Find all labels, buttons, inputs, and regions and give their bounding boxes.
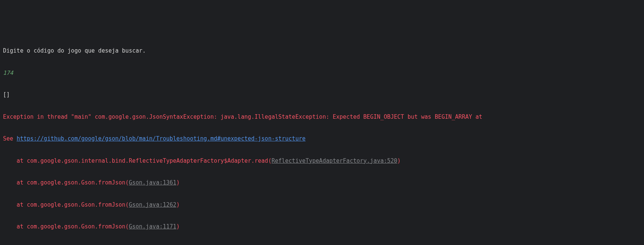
console-input: 174	[3, 68, 641, 79]
stack-trace: at com.google.gson.internal.bind.Reflect…	[3, 156, 641, 245]
stack-frame-suffix: )	[177, 223, 180, 230]
console-output: []	[3, 89, 641, 100]
source-link[interactable]: Gson.java:1361	[129, 179, 176, 186]
stack-frame-text: at com.google.gson.Gson.fromJson(	[3, 223, 129, 230]
stack-frame-suffix: )	[177, 201, 180, 208]
source-link[interactable]: ReflectiveTypeAdapterFactory.java:520	[271, 157, 397, 164]
stack-frame-text: at com.google.gson.Gson.fromJson(	[3, 201, 129, 208]
exception-header: Exception in thread "main" com.google.gs…	[3, 112, 641, 122]
stack-frame: at com.google.gson.Gson.fromJson(Gson.ja…	[3, 200, 641, 210]
troubleshooting-link-1[interactable]: https://github.com/google/gson/blob/main…	[17, 135, 306, 142]
stack-frame: at com.google.gson.Gson.fromJson(Gson.ja…	[3, 177, 641, 188]
see-prefix-1: See	[3, 135, 17, 142]
stack-frame-suffix: )	[397, 157, 401, 164]
stack-frame: at com.google.gson.internal.bind.Reflect…	[3, 156, 641, 166]
console-prompt: Digite o código do jogo que deseja busca…	[3, 45, 641, 56]
see-link-line-1: See https://github.com/google/gson/blob/…	[3, 133, 641, 144]
source-link[interactable]: Gson.java:1262	[129, 201, 176, 208]
source-link[interactable]: Gson.java:1171	[129, 223, 176, 230]
stack-frame: at com.google.gson.Gson.fromJson(Gson.ja…	[3, 221, 641, 232]
stack-frame: at com.google.gson.Gson.fromJson(Gson.ja…	[3, 243, 641, 245]
stack-frame-text: at com.google.gson.internal.bind.Reflect…	[3, 157, 271, 164]
stack-frame-suffix: )	[177, 179, 180, 186]
stack-frame-text: at com.google.gson.Gson.fromJson(	[3, 179, 129, 186]
